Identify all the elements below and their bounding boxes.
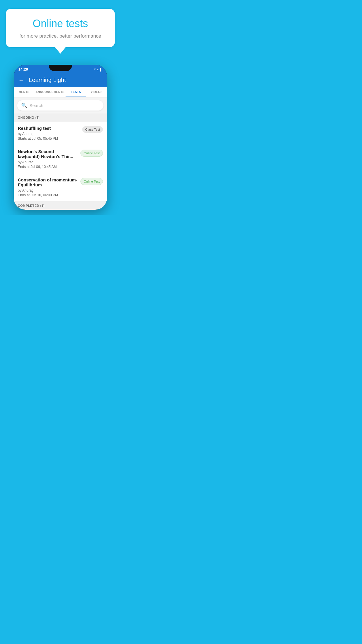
tab-videos[interactable]: VIDEOS — [86, 87, 107, 97]
test-item-3[interactable]: Conservation of momentum-Equilibrium by … — [14, 173, 107, 202]
app-bar: ← Learning Light — [14, 73, 107, 87]
test-by-1: by Anurag — [18, 132, 79, 136]
back-button[interactable]: ← — [18, 77, 24, 83]
test-info-2: Newton's Second law(contd)-Newton's Thir… — [18, 149, 78, 169]
test-by-2: by Anurag — [18, 160, 78, 164]
test-date-3: Ends at Jun 10, 06:00 PM — [18, 193, 78, 197]
test-item-1[interactable]: Reshuffling test by Anurag Starts at Jul… — [14, 122, 107, 145]
app-title: Learning Light — [29, 77, 66, 83]
test-date-2: Ends at Jul 06, 10:45 AM — [18, 165, 78, 169]
status-time: 14:29 — [18, 67, 28, 71]
phone-mockup: 14:29 ▾ ▴ ▌ ← Learning Light MENTS ANNOU… — [0, 65, 121, 210]
badge-1: Class Test — [82, 126, 103, 133]
phone-notch — [49, 65, 72, 71]
test-date-1: Starts at Jul 05, 05:45 PM — [18, 136, 79, 141]
test-info-3: Conservation of momentum-Equilibrium by … — [18, 177, 78, 197]
test-name-1: Reshuffling test — [18, 126, 79, 131]
search-box[interactable]: 🔍 Search — [17, 100, 103, 111]
search-container: 🔍 Search — [14, 97, 107, 113]
search-icon: 🔍 — [21, 103, 27, 108]
test-name-2: Newton's Second law(contd)-Newton's Thir… — [18, 149, 78, 159]
battery-icon: ▌ — [100, 68, 102, 71]
test-info-1: Reshuffling test by Anurag Starts at Jul… — [18, 126, 79, 141]
tab-ments[interactable]: MENTS — [14, 87, 34, 97]
test-list: Reshuffling test by Anurag Starts at Jul… — [14, 122, 107, 202]
phone-frame: 14:29 ▾ ▴ ▌ ← Learning Light MENTS ANNOU… — [14, 65, 107, 210]
search-input[interactable]: Search — [29, 103, 43, 108]
badge-3: Online Test — [80, 178, 103, 185]
tab-announcements[interactable]: ANNOUNCEMENTS — [34, 87, 66, 97]
ongoing-header: ONGOING (3) — [14, 113, 107, 122]
status-icons: ▾ ▴ ▌ — [94, 67, 102, 71]
badge-2: Online Test — [80, 150, 103, 157]
bubble-title: Online tests — [15, 18, 106, 30]
test-name-3: Conservation of momentum-Equilibrium — [18, 177, 78, 187]
tab-bar: MENTS ANNOUNCEMENTS TESTS VIDEOS — [14, 87, 107, 97]
bubble-subtitle: for more practice, better performance — [15, 33, 106, 39]
wifi-icon: ▾ — [94, 67, 96, 71]
test-by-3: by Anurag — [18, 188, 78, 192]
test-item-2[interactable]: Newton's Second law(contd)-Newton's Thir… — [14, 145, 107, 173]
tab-tests[interactable]: TESTS — [66, 87, 86, 97]
completed-header: COMPLETED (1) — [14, 202, 107, 210]
speech-bubble: Online tests for more practice, better p… — [6, 9, 115, 47]
promo-section: Online tests for more practice, better p… — [0, 0, 121, 47]
signal-icon: ▴ — [97, 67, 99, 71]
